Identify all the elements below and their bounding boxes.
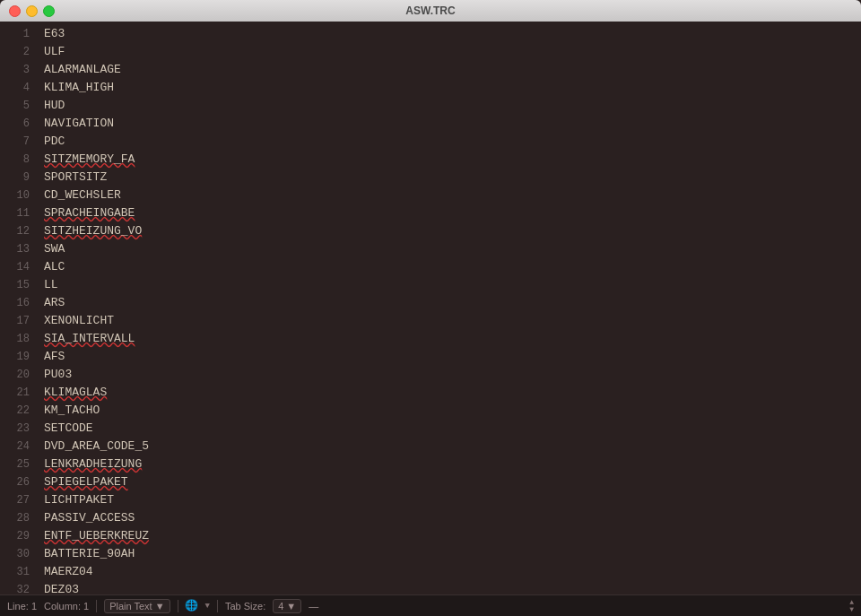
line-number: 20 <box>0 367 40 384</box>
line-number: 31 <box>0 564 40 581</box>
line-number: 21 <box>0 385 40 402</box>
dash-separator: — <box>309 601 318 612</box>
line-number: 32 <box>0 582 40 594</box>
chevron-down-icon: ▼ <box>155 601 165 612</box>
table-row: 11SPRACHEINGABE <box>0 204 861 222</box>
line-content: SPORTSITZ <box>40 169 107 186</box>
table-row: 1E63 <box>0 25 861 43</box>
line-content: SPRACHEINGABE <box>40 204 135 221</box>
line-content: E63 <box>40 25 65 42</box>
table-row: 8SITZMEMORY_FA <box>0 151 861 169</box>
line-content: ARS <box>40 294 65 311</box>
line-content: ULF <box>40 43 65 60</box>
line-number: 27 <box>0 492 40 509</box>
table-row: 5HUD <box>0 97 861 115</box>
line-content: SITZMEMORY_FA <box>40 151 135 168</box>
scroll-arrows[interactable]: ▲ ▼ <box>849 599 854 613</box>
title-bar: ASW.TRC <box>0 0 861 22</box>
table-row: 31MAERZ04 <box>0 563 861 581</box>
table-row: 6NAVIGATION <box>0 115 861 133</box>
line-content: DVD_AREA_CODE_5 <box>40 438 149 455</box>
line-number: 6 <box>0 116 40 133</box>
table-row: 20PU03 <box>0 366 861 384</box>
line-content: CD_WECHSLER <box>40 187 121 204</box>
line-content: ALC <box>40 258 65 275</box>
line-number: 23 <box>0 421 40 438</box>
language-label: Plain Text <box>109 601 152 612</box>
status-separator-1 <box>96 600 97 612</box>
table-row: 17XENONLICHT <box>0 312 861 330</box>
line-content: PASSIV_ACCESS <box>40 509 135 526</box>
line-content: AFS <box>40 348 65 365</box>
table-row: 10CD_WECHSLER <box>0 187 861 204</box>
table-row: 26SPIEGELPAKET <box>0 473 861 491</box>
table-row: 24DVD_AREA_CODE_5 <box>0 438 861 455</box>
traffic-lights[interactable] <box>9 5 55 17</box>
line-number: 10 <box>0 187 40 204</box>
chevron-down-icon-3: ▼ <box>286 601 296 612</box>
line-content: MAERZ04 <box>40 563 93 580</box>
line-number: 9 <box>0 169 40 187</box>
status-separator-3 <box>217 600 218 612</box>
line-content: ALARMANLAGE <box>40 61 121 78</box>
line-content: LENKRADHEIZUNG <box>40 455 142 473</box>
table-row: 12SITZHEIZUNG_VO <box>0 222 861 240</box>
line-number: 28 <box>0 510 40 527</box>
column-indicator: Column: 1 <box>44 601 89 612</box>
table-row: 25LENKRADHEIZUNG <box>0 455 861 473</box>
maximize-button[interactable] <box>43 5 55 17</box>
line-content: PDC <box>40 133 65 150</box>
line-number: 25 <box>0 456 40 473</box>
line-content: KLIMAGLAS <box>40 384 107 401</box>
table-row: 14ALC <box>0 258 861 276</box>
table-row: 16ARS <box>0 294 861 312</box>
line-number: 29 <box>0 528 40 545</box>
line-number: 30 <box>0 546 40 563</box>
table-row: 19AFS <box>0 348 861 366</box>
line-content: BATTERIE_90AH <box>40 545 135 562</box>
line-indicator: Line: 1 <box>7 601 37 612</box>
close-button[interactable] <box>9 5 21 17</box>
language-dropdown[interactable]: Plain Text ▼ <box>104 599 170 613</box>
line-content: SWA <box>40 240 65 257</box>
line-number: 11 <box>0 205 40 222</box>
line-content: SETCODE <box>40 420 93 437</box>
table-row: 30BATTERIE_90AH <box>0 545 861 563</box>
table-row: 27LICHTPAKET <box>0 491 861 509</box>
line-number: 8 <box>0 152 40 169</box>
line-content: KM_TACHO <box>40 402 100 419</box>
line-number: 12 <box>0 223 40 240</box>
line-number: 4 <box>0 80 40 97</box>
line-number: 22 <box>0 403 40 420</box>
table-row: 3ALARMANLAGE <box>0 61 861 79</box>
table-row: 22KM_TACHO <box>0 402 861 420</box>
window-title: ASW.TRC <box>405 4 455 17</box>
line-content: LL <box>40 276 58 293</box>
code-container[interactable]: 1E632ULF3ALARMANLAGE4KLIMA_HIGH5HUD6NAVI… <box>0 22 861 594</box>
tab-size-dropdown[interactable]: 4 ▼ <box>273 599 301 613</box>
table-row: 2ULF <box>0 43 861 61</box>
line-number: 7 <box>0 134 40 151</box>
line-number: 3 <box>0 62 40 79</box>
minimize-button[interactable] <box>26 5 38 17</box>
table-row: 28PASSIV_ACCESS <box>0 509 861 527</box>
status-right: ▲ ▼ <box>849 599 854 613</box>
line-number: 14 <box>0 259 40 276</box>
line-number: 26 <box>0 474 40 491</box>
table-row: 21KLIMAGLAS <box>0 384 861 402</box>
table-row: 18SIA_INTERVALL <box>0 330 861 348</box>
tab-size-value: 4 <box>278 601 283 612</box>
line-content: KLIMA_HIGH <box>40 79 114 96</box>
chevron-down-icon-2: ▼ <box>205 602 210 611</box>
line-number: 2 <box>0 44 40 61</box>
line-content: SIA_INTERVALL <box>40 330 135 347</box>
line-number: 16 <box>0 295 40 312</box>
line-number: 18 <box>0 331 40 348</box>
line-content: ENTF_UEBERKREUZ <box>40 527 149 544</box>
line-number: 24 <box>0 438 40 455</box>
line-content: SPIEGELPAKET <box>40 473 128 490</box>
globe-icon[interactable]: 🌐 <box>186 600 198 612</box>
table-row: 23SETCODE <box>0 420 861 438</box>
line-number: 17 <box>0 313 40 330</box>
table-row: 4KLIMA_HIGH <box>0 79 861 97</box>
